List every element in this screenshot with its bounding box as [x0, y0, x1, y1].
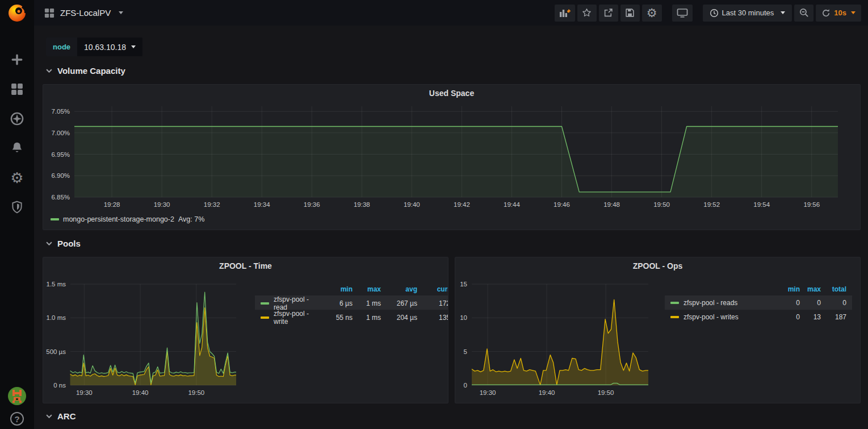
svg-text:19:50: 19:50 [653, 201, 670, 208]
legend-col-total[interactable]: total [822, 285, 848, 293]
zpool-time-chart[interactable]: 0 ns500 µs1.0 ms1.5 ms19:3019:4019:50 [43, 257, 448, 403]
variable-label: node [46, 38, 77, 56]
legend-series-name: zfspv-pool - read [274, 295, 323, 311]
time-range-label: Last 30 minutes [722, 9, 774, 17]
help-icon[interactable]: ? [10, 412, 24, 426]
panel-title[interactable]: ZPOOL - Ops [455, 261, 860, 270]
zpool-ops-legend-table: min max total zfspv-pool - reads 0 0 0 z… [665, 283, 852, 324]
legend-col-curr[interactable]: curr [418, 285, 448, 293]
panel-used-space: Used Space 6.85%6.90%6.95%7.00%7.05%19:2… [43, 84, 861, 230]
svg-text:19:46: 19:46 [553, 201, 570, 208]
legend-col-min[interactable]: min [323, 285, 354, 293]
star-button[interactable] [577, 5, 597, 22]
legend-swatch [261, 316, 269, 319]
svg-text:0: 0 [464, 382, 467, 389]
svg-text:19:44: 19:44 [504, 201, 520, 208]
legend-series-name[interactable]: mongo-persistent-storage-mongo-2 [63, 215, 174, 223]
legend-col-max[interactable]: max [801, 285, 822, 293]
svg-text:19:54: 19:54 [753, 201, 770, 208]
compass-icon [10, 112, 24, 126]
dashboards-icon [11, 83, 23, 95]
legend-value-max: 0 [801, 299, 822, 307]
svg-text:10: 10 [460, 314, 467, 321]
refresh-icon [821, 9, 831, 18]
legend-col-avg[interactable]: avg [382, 285, 418, 293]
zpool-time-legend-table: min max avg curr zfspv-pool - read 6 µs … [255, 283, 448, 324]
legend-col-max[interactable]: max [354, 285, 382, 293]
variable-caret-icon [131, 45, 136, 48]
row-header-arc[interactable]: ARC [46, 411, 76, 421]
sidebar-item-configuration[interactable]: ⚙ [6, 170, 28, 186]
panel-zpool-time: ZPOOL - Time 0 ns500 µs1.0 ms1.5 ms19:30… [43, 257, 448, 403]
sidebar: ⚙ ? [0, 0, 34, 429]
dashboard-settings-button[interactable]: ⚙ [642, 5, 662, 22]
legend-value-total: 0 [822, 299, 848, 307]
legend-value-min: 55 ns [323, 314, 354, 322]
legend-series-name: zfspv-pool - writes [684, 313, 739, 321]
star-icon [582, 8, 592, 18]
shield-icon [11, 201, 23, 214]
svg-text:19:42: 19:42 [454, 201, 470, 208]
refresh-interval-label: 10s [834, 9, 846, 17]
tv-cycle-button[interactable] [672, 5, 693, 22]
variables-submenu: node 10.63.10.18 [46, 38, 142, 56]
plus-icon [11, 53, 23, 66]
row-header-pools[interactable]: Pools [46, 239, 81, 248]
legend-value-max: 1 ms [354, 314, 382, 322]
svg-text:5: 5 [464, 348, 467, 355]
panel-title[interactable]: Used Space [43, 89, 860, 98]
user-avatar[interactable] [8, 387, 26, 405]
zpool-ops-chart[interactable]: 05101519:3019:4019:50 [455, 257, 860, 403]
zoom-out-button[interactable] [794, 5, 814, 22]
time-range-picker[interactable]: Last 30 minutes [703, 5, 792, 22]
legend-col-min[interactable]: min [770, 285, 801, 293]
used-space-chart[interactable]: 6.85%6.90%6.95%7.00%7.05%19:2819:3019:32… [43, 85, 860, 230]
save-button[interactable] [620, 5, 640, 22]
svg-text:19:50: 19:50 [188, 389, 204, 396]
sidebar-item-create[interactable] [6, 52, 28, 68]
svg-text:6.85%: 6.85% [51, 194, 70, 201]
svg-text:19:30: 19:30 [154, 201, 170, 208]
sidebar-item-server-admin[interactable] [6, 199, 28, 215]
svg-text:19:40: 19:40 [539, 389, 555, 396]
row-title: Volume Capacity [57, 66, 125, 76]
sidebar-menu: ⚙ [6, 52, 28, 215]
dashboard-squares-icon [44, 8, 54, 18]
sidebar-item-dashboards[interactable] [6, 81, 28, 97]
sidebar-bottom: ? [0, 387, 34, 426]
grafana-logo-icon[interactable] [6, 2, 28, 24]
sidebar-item-explore[interactable] [6, 111, 28, 127]
legend-row-write: zfspv-pool - write 55 ns 1 ms 204 µs 135 [255, 310, 448, 324]
panel-title[interactable]: ZPOOL - Time [43, 261, 448, 270]
svg-text:19:48: 19:48 [603, 201, 620, 208]
legend-value-curr: 135 [418, 314, 448, 322]
row-title: ARC [57, 411, 76, 421]
dashboard-title-group[interactable]: ZFS-LocalPV [44, 8, 123, 18]
gear-icon: ⚙ [10, 170, 23, 185]
svg-text:7.00%: 7.00% [51, 130, 70, 136]
time-range-caret-icon [781, 11, 785, 14]
variable-value: 10.63.10.18 [84, 43, 126, 52]
svg-text:15: 15 [460, 281, 467, 288]
svg-text:0 ns: 0 ns [53, 382, 66, 389]
legend-row-read: zfspv-pool - read 6 µs 1 ms 267 µs 172 [255, 295, 448, 310]
panel-zpool-ops: ZPOOL - Ops 05101519:3019:4019:50 min ma… [455, 257, 861, 403]
node-variable-dropdown[interactable]: 10.63.10.18 [77, 38, 142, 56]
row-title: Pools [57, 239, 81, 248]
save-icon [625, 8, 635, 18]
svg-text:7.05%: 7.05% [51, 108, 70, 115]
sidebar-item-alerting[interactable] [6, 140, 28, 156]
legend-swatch [261, 302, 269, 305]
dashboard-title: ZFS-LocalPV [60, 8, 111, 18]
row-header-volume-capacity[interactable]: Volume Capacity [46, 66, 125, 76]
svg-text:19:30: 19:30 [480, 389, 496, 396]
legend-value-max: 1 ms [354, 299, 382, 307]
add-panel-button[interactable] [555, 5, 575, 22]
share-button[interactable] [599, 5, 618, 22]
refresh-button-group[interactable]: 10s [816, 5, 861, 22]
refresh-caret-icon [851, 11, 856, 14]
title-caret-icon [119, 11, 123, 14]
svg-text:19:50: 19:50 [598, 389, 614, 396]
svg-text:19:52: 19:52 [703, 201, 720, 208]
svg-text:19:34: 19:34 [254, 201, 270, 208]
